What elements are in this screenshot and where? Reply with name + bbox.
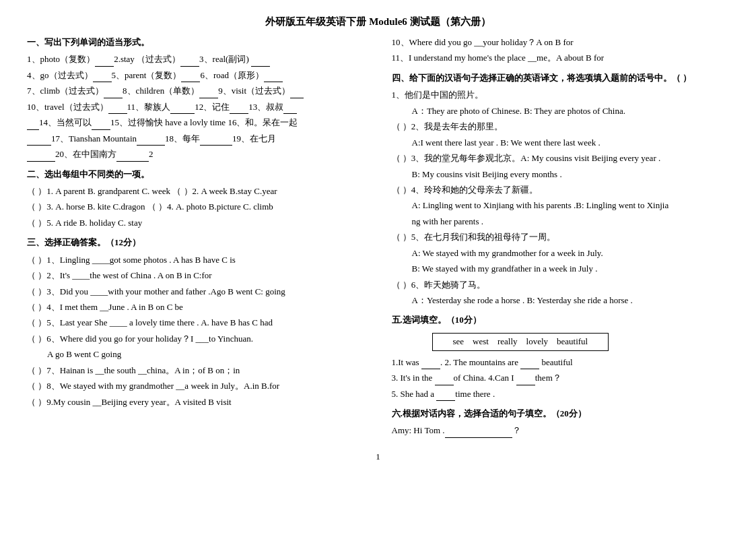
section5-wordbox: see west really lovely beautiful xyxy=(432,333,609,351)
s3-q6: （ ）6、Where did you go for your holiday？I… xyxy=(27,332,378,346)
s3-q8: （ ）8、We stayed with my grandmother __a w… xyxy=(27,379,378,393)
s3-q2: （ ）2、It's ____the west of China . A on B… xyxy=(27,268,378,282)
section1-body: 1、photo（复数）2.stay （过去式）3、real(副词) 4、go（过… xyxy=(27,52,378,161)
s3-q10: 10、Where did you go __your holiday？A on … xyxy=(392,35,743,49)
section6-body: Amy: Hi Tom .？ xyxy=(392,423,743,437)
left-column: 一、写出下列单词的适当形式。 1、photo（复数）2.stay （过去式）3、… xyxy=(27,35,378,443)
s3-q6-ans: A go B went C going xyxy=(47,347,378,361)
s1-line3: 7、climb（过去式）8、children（单数）9、visit（过去式） xyxy=(27,84,378,98)
section4-title: 四、给下面的汉语句子选择正确的英语译文，将选项填入题前的话号中。（ ） xyxy=(392,71,743,85)
section5-title: 五.选词填空。（10分） xyxy=(392,313,743,327)
right-column: 10、Where did you go __your holiday？A on … xyxy=(392,35,743,443)
page-number: 1 xyxy=(27,450,729,464)
section4: 四、给下面的汉语句子选择正确的英语译文，将选项填入题前的话号中。（ ） 1、他们… xyxy=(392,71,743,308)
s4-q2-a: A:I went there last year . B: We went th… xyxy=(412,135,743,150)
s5-q2: 3. It's in the of China. 4.Can I them？ xyxy=(392,371,743,385)
s4-q5-b: B: We stayed with my grandfather in a we… xyxy=(412,261,743,276)
s3-q7: （ ）7、Hainan is __the south __china。A in；… xyxy=(27,363,378,377)
s2-line3: （ ）5. A ride B. holiday C. stay xyxy=(27,216,378,230)
s4-q3-cn: （ ）3、我的堂兄每年参观北京。A: My cousins visit Beij… xyxy=(392,151,743,165)
s3-q5: （ ）5、Last year She ____ a lovely time th… xyxy=(27,315,378,329)
s2-line2: （ ）3. A. horse B. kite C.dragon （ ）4. A.… xyxy=(27,199,378,214)
section3-body: （ ）1、Lingling ____got some photos . A ha… xyxy=(27,253,378,409)
s4-q5-a: A: We stayed with my grandmother for a w… xyxy=(412,246,743,260)
s1-line2: 4、go（过去式）5、parent（复数）6、road（原形） xyxy=(27,68,378,82)
section2-body: （ ）1. A parent B. grandparent C. week （ … xyxy=(27,184,378,230)
s4-q4-b: ng with her parents . xyxy=(412,214,743,228)
s1-line6: 17、Tianshan Mountain18、每年19、在七月 xyxy=(27,131,378,146)
s4-q1-a: A：They are photo of Chinese. B: They are… xyxy=(412,104,743,118)
s4-q1-cn: 1、他们是中国的照片。 xyxy=(392,88,743,102)
section5-body: 1.It was . 2. The mountains are beautifu… xyxy=(392,355,743,401)
s3-q9: （ ）9.My cousin __Beijing every year。A vi… xyxy=(27,395,378,409)
section6: 六.根据对话内容，选择合适的句子填空。（20分） Amy: Hi Tom .？ xyxy=(392,406,743,438)
section2: 二、选出每组中不同类的一项。 （ ）1. A parent B. grandpa… xyxy=(27,167,378,230)
s1-line7: 20、在中国南方2 xyxy=(27,147,378,161)
section6-title: 六.根据对话内容，选择合适的句子填空。（20分） xyxy=(392,406,743,420)
s1-line4: 10、travel（过去式）11、黎族人12、记住13、叔叔 xyxy=(27,100,378,114)
s4-q4-a: A: Lingling went to Xinjiang with his pa… xyxy=(412,198,743,212)
section5: 五.选词填空。（10分） see west really lovely beau… xyxy=(392,313,743,401)
s4-q6-a: A：Yesterday she rode a horse . B: Yester… xyxy=(412,293,743,307)
page-title: 外研版五年级英语下册 Module6 测试题（第六册） xyxy=(27,13,729,30)
s6-line1: Amy: Hi Tom .？ xyxy=(392,423,743,437)
section3-title: 三、选择正确答案。（12分） xyxy=(27,235,378,249)
s3-q11: 11、I understand my home's the place __me… xyxy=(392,51,743,65)
s4-q5-cn: （ ）5、在七月我们和我的祖母待了一周。 xyxy=(392,230,743,244)
s4-q3-b: B: My cousins visit Beijing every months… xyxy=(412,167,743,181)
section3-cont: 10、Where did you go __your holiday？A on … xyxy=(392,35,743,65)
s5-q1: 1.It was . 2. The mountains are beautifu… xyxy=(392,355,743,369)
s4-q4-cn: （ ）4、玲玲和她的父母亲去了新疆。 xyxy=(392,183,743,197)
s5-q3: 5. She had a time there . xyxy=(392,387,743,401)
s1-line5: 14、当然可以15、过得愉快 have a lovly time 16、和。呆在… xyxy=(27,115,378,129)
s2-line1: （ ）1. A parent B. grandparent C. week （ … xyxy=(27,184,378,198)
s3-q1: （ ）1、Lingling ____got some photos . A ha… xyxy=(27,253,378,267)
section3: 三、选择正确答案。（12分） （ ）1、Lingling ____got som… xyxy=(27,235,378,409)
section1: 一、写出下列单词的适当形式。 1、photo（复数）2.stay （过去式）3、… xyxy=(27,35,378,162)
section1-title: 一、写出下列单词的适当形式。 xyxy=(27,35,378,49)
s3-q3: （ ）3、Did you ____with your mother and fa… xyxy=(27,284,378,298)
s3-q4: （ ）4、I met them __June . A in B on C be xyxy=(27,300,378,314)
s4-q2-cn: （ ）2、我是去年去的那里。 xyxy=(392,119,743,133)
s1-line1: 1、photo（复数）2.stay （过去式）3、real(副词) xyxy=(27,52,378,66)
s4-q6-cn: （ ）6、昨天她骑了马。 xyxy=(392,278,743,292)
section4-body: 1、他们是中国的照片。 A：They are photo of Chinese.… xyxy=(392,88,743,307)
section2-title: 二、选出每组中不同类的一项。 xyxy=(27,167,378,181)
